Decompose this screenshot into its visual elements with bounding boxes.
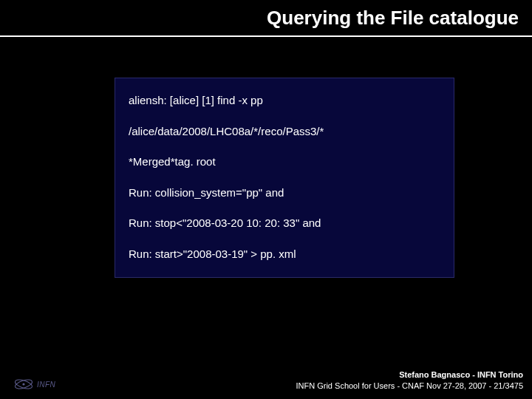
code-line: Run: collision_system="pp" and: [129, 185, 440, 200]
event-line: INFN Grid School for Users - CNAF Nov 27…: [296, 381, 523, 392]
code-line: aliensh: [alice] [1] find -x pp: [129, 93, 440, 108]
code-line: /alice/data/2008/LHC08a/*/reco/Pass3/*: [129, 124, 440, 139]
logo: INFN: [13, 377, 55, 392]
title-bar: Querying the File catalogue: [0, 0, 532, 35]
title-underline: [0, 35, 532, 37]
credits: Stefano Bagnasco - INFN Torino INFN Grid…: [296, 369, 523, 392]
code-block: aliensh: [alice] [1] find -x pp /alice/d…: [115, 78, 454, 278]
author-line: Stefano Bagnasco - INFN Torino: [296, 369, 523, 381]
code-line: Run: stop<"2008-03-20 10: 20: 33" and: [129, 216, 440, 231]
svg-point-2: [22, 383, 24, 385]
code-line: *Merged*tag. root: [129, 154, 440, 169]
code-line: Run: start>"2008-03-19" > pp. xml: [129, 247, 440, 262]
infn-logo-icon: [13, 377, 34, 392]
footer: INFN Stefano Bagnasco - INFN Torino INFN…: [0, 369, 532, 392]
logo-text: INFN: [37, 381, 55, 389]
slide-title: Querying the File catalogue: [267, 7, 519, 30]
